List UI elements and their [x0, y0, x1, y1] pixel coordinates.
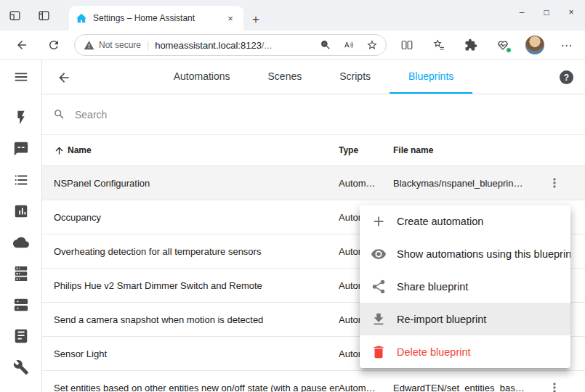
extensions-icon[interactable] — [458, 32, 484, 58]
refresh-button[interactable] — [41, 32, 67, 58]
ha-back-arrow-icon[interactable] — [51, 65, 77, 91]
read-aloud-icon[interactable] — [339, 36, 358, 54]
minimize-button[interactable]: – — [509, 0, 534, 25]
share-icon — [371, 279, 387, 295]
menu-item-reimport-blueprint[interactable]: Re-import blueprint — [360, 303, 570, 335]
search-bar — [42, 94, 585, 135]
sidebar-energy-icon[interactable] — [8, 105, 34, 131]
trash-icon — [371, 344, 387, 360]
column-header-name[interactable]: Name — [54, 145, 339, 156]
eye-icon — [371, 246, 387, 262]
row-name: Occupancy — [54, 212, 339, 223]
security-label[interactable]: Not secure — [99, 40, 141, 50]
sidebar-menu-icon[interactable] — [8, 64, 34, 90]
tab-title: Settings – Home Assistant — [93, 13, 218, 23]
blueprint-context-menu: Create automation Show automations using… — [360, 205, 570, 368]
menu-item-delete-blueprint[interactable]: Delete blueprint — [360, 335, 570, 368]
tab-strip: Settings – Home Assistant × + – □ × — [0, 0, 585, 30]
tab-scripts[interactable]: Scripts — [320, 60, 390, 94]
toolbar-right: ⋯ — [394, 32, 580, 58]
ha-sidebar — [0, 60, 42, 392]
window-close-button[interactable]: × — [559, 0, 584, 25]
profile-button[interactable] — [522, 32, 548, 58]
browser-menu-button[interactable]: ⋯ — [554, 32, 580, 58]
not-secure-warning-icon[interactable] — [84, 40, 94, 51]
favorite-star-icon[interactable] — [363, 36, 382, 54]
maximize-button[interactable]: □ — [534, 0, 559, 25]
table-header: Name Type File name — [42, 135, 585, 166]
url-text[interactable]: homeassistant.local:8123/... — [155, 40, 312, 51]
row-type: Autom… — [339, 178, 393, 189]
row-type: Autom… — [339, 383, 393, 392]
row-file: Blackymas/nspanel_blueprin… — [393, 178, 535, 189]
url-path: /... — [262, 40, 272, 51]
browser-essentials-icon[interactable] — [490, 32, 516, 58]
url-divider: | — [147, 40, 149, 50]
sidebar-history-chart-icon[interactable] — [8, 198, 34, 224]
new-tab-button[interactable]: + — [247, 11, 265, 28]
tab-close-icon[interactable]: × — [224, 12, 237, 25]
table-row[interactable]: NSPanel Configuration Autom… Blackymas/n… — [42, 166, 585, 200]
split-screen-icon[interactable] — [394, 32, 420, 58]
help-icon[interactable]: ? — [560, 70, 573, 84]
sidebar-server-1-icon[interactable] — [8, 261, 34, 287]
profile-avatar — [525, 36, 544, 54]
sidebar-cloud-icon[interactable] — [8, 229, 34, 256]
workspaces-icon[interactable] — [6, 7, 23, 24]
row-name: Send a camera snapshot when motion is de… — [54, 314, 339, 325]
plus-icon — [371, 213, 387, 229]
column-header-file[interactable]: File name — [393, 145, 535, 155]
row-name: Overheating detection for all temperatur… — [54, 246, 339, 257]
sidebar-logbook-icon[interactable] — [8, 167, 34, 193]
sidebar-server-2-icon[interactable] — [8, 292, 34, 318]
sort-ascending-icon — [54, 145, 65, 156]
sidebar-server-3-icon[interactable] — [8, 323, 34, 349]
row-name: NSPanel Configuration — [54, 178, 339, 189]
download-icon — [371, 311, 387, 327]
ha-header: Automations Scenes Scripts Blueprints ? — [42, 60, 585, 94]
column-header-type[interactable]: Type — [339, 145, 393, 155]
menu-item-create-automation[interactable]: Create automation — [360, 205, 570, 238]
row-name: Sensor Light — [54, 348, 339, 359]
url-host: homeassistant.local:8123 — [155, 40, 262, 51]
search-input[interactable] — [75, 109, 293, 121]
more-icon: ⋯ — [561, 38, 573, 52]
row-name: Set entities based on other entities new… — [54, 383, 339, 392]
browser-window: Settings – Home Assistant × + – □ × Not … — [0, 0, 585, 392]
sidebar-developer-tools-icon[interactable] — [8, 354, 34, 380]
browser-tab[interactable]: Settings – Home Assistant × — [69, 6, 243, 30]
table-row[interactable]: Set entities based on other entities new… — [42, 371, 585, 392]
home-assistant-logo-icon — [76, 12, 87, 24]
favorites-hub-icon[interactable] — [426, 32, 452, 58]
essentials-status-badge — [506, 47, 512, 53]
search-icon — [53, 108, 65, 121]
zoom-out-icon[interactable] — [316, 36, 335, 54]
row-file: EdwardTEN/set_entities_bas… — [393, 383, 535, 392]
row-name: Philips Hue v2 Smart Dimmer Switch and R… — [54, 280, 339, 291]
window-controls: – □ × — [509, 0, 584, 25]
menu-item-share-blueprint[interactable]: Share blueprint — [360, 271, 570, 303]
row-overflow-menu-button[interactable] — [542, 375, 567, 392]
address-bar[interactable]: Not secure | homeassistant.local:8123/..… — [74, 34, 387, 56]
tab-blueprints[interactable]: Blueprints — [390, 60, 472, 94]
tab-actions-icon[interactable] — [35, 7, 52, 24]
tab-scenes[interactable]: Scenes — [249, 60, 321, 94]
tab-automations[interactable]: Automations — [155, 60, 249, 94]
back-button[interactable] — [9, 32, 35, 58]
sidebar-chat-icon[interactable] — [8, 136, 34, 162]
menu-item-show-automations[interactable]: Show automations using this blueprint — [360, 238, 570, 271]
row-overflow-menu-button[interactable] — [542, 171, 567, 195]
browser-toolbar: Not secure | homeassistant.local:8123/..… — [0, 30, 585, 60]
